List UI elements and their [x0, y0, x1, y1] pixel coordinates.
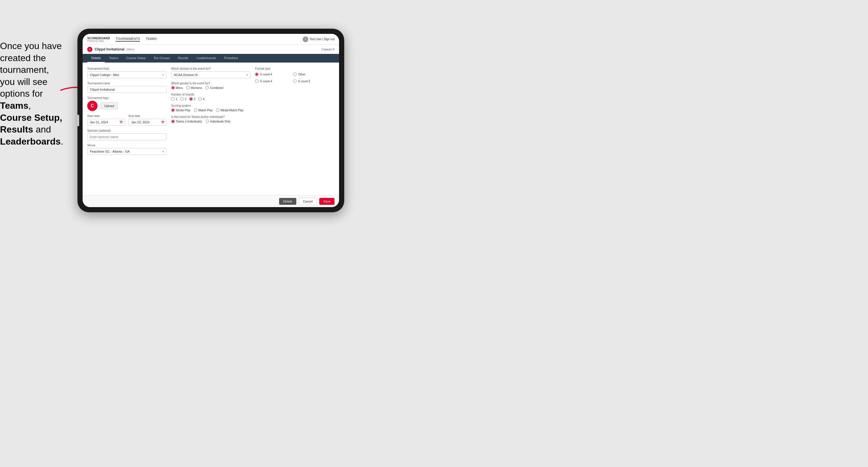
cancel-button[interactable]: Cancel: [299, 198, 317, 205]
end-date-label: End date: [128, 115, 166, 118]
gender-mens[interactable]: Mens: [171, 86, 183, 90]
gender-womens[interactable]: Womens: [186, 86, 202, 90]
format-other-radio[interactable]: [293, 72, 297, 76]
venue-select[interactable]: Peachtree GC - Atlanta - GA: [87, 148, 167, 155]
rounds-4[interactable]: 4: [198, 97, 205, 101]
logo-circle: C: [87, 101, 97, 111]
rounds-1[interactable]: 1: [171, 97, 178, 101]
venue-select-wrapper: Peachtree GC - Atlanta - GA: [87, 148, 167, 155]
tournament-host-label: Tournament Host: [87, 67, 167, 70]
venue-label: Venue: [87, 144, 167, 147]
rounds-radio-group: 1 2 3 4: [171, 97, 251, 101]
individuals-only-radio[interactable]: [206, 120, 209, 123]
tournament-host-select[interactable]: Clippd College - Men: [87, 71, 167, 78]
tournament-name-group: Tournament name: [87, 82, 167, 93]
start-date-group: Start date 📅: [87, 115, 125, 126]
gender-womens-radio[interactable]: [186, 86, 190, 90]
tab-tee-groups[interactable]: Tee Groups: [150, 54, 174, 63]
teams-group: Is this event for Teams and/or Individua…: [171, 115, 251, 123]
scoring-stroke-radio[interactable]: [171, 108, 175, 112]
division-select-wrapper: NCAA Division III: [171, 71, 251, 78]
gender-label: Which gender is the event for?: [171, 82, 251, 85]
scoring-label: Scoring system: [171, 104, 251, 107]
tab-details[interactable]: Details: [87, 54, 105, 63]
tournament-name-label: Tournament name: [87, 82, 167, 85]
gender-group: Which gender is the event for? Mens Wome…: [171, 82, 251, 90]
save-button[interactable]: Save: [319, 198, 335, 205]
tab-course-setup[interactable]: Course Setup: [122, 54, 150, 63]
instruction-text: Once you have created the tournament, yo…: [0, 40, 66, 148]
cancel-link[interactable]: Cancel X: [321, 48, 335, 51]
tab-printables[interactable]: Printables: [220, 54, 242, 63]
gender-combined[interactable]: Combined: [206, 86, 223, 90]
scoring-match-radio[interactable]: [194, 108, 197, 112]
tournament-logo-group: Tournament logo C Upload: [87, 96, 167, 111]
rounds-3[interactable]: 3: [189, 97, 196, 101]
format-group: Format type 5 count 4: [255, 67, 335, 84]
rounds-1-radio[interactable]: [171, 97, 175, 101]
scoring-medal-radio[interactable]: [216, 108, 219, 112]
tournament-name-input[interactable]: [87, 86, 167, 93]
teams-label: Is this event for Teams and/or Individua…: [171, 115, 251, 119]
user-avatar: T: [303, 36, 308, 42]
nav-teams[interactable]: TEAMS: [146, 37, 157, 41]
division-label: Which division is the event for?: [171, 67, 251, 70]
nav-links: TOURNAMENTS TEAMS: [116, 37, 157, 41]
tab-teams[interactable]: Teams: [105, 54, 122, 63]
end-date-input[interactable]: [128, 119, 166, 126]
bottom-action-bar: Delete Cancel Save: [83, 195, 339, 207]
sponsor-label: Sponsor (optional): [87, 129, 167, 132]
start-date-input[interactable]: [87, 119, 125, 126]
start-date-label: Start date: [87, 115, 125, 118]
sponsor-group: Sponsor (optional): [87, 129, 167, 140]
form-column-right: Format type 5 count 4: [255, 67, 335, 155]
rounds-group: Number of rounds 1 2: [171, 93, 251, 101]
tabs-bar: Details Teams Course Setup Tee Groups Re…: [83, 54, 339, 63]
delete-button[interactable]: Delete: [279, 198, 296, 205]
scoring-radio-group: Stroke Play Match Play Medal Match Play: [171, 108, 251, 112]
main-content: Tournament Host Clippd College - Men Tou…: [83, 63, 339, 195]
division-group: Which division is the event for? NCAA Di…: [171, 67, 251, 78]
format-5count4[interactable]: 5 count 4: [255, 72, 290, 76]
end-date-group: End date 📅: [128, 115, 166, 126]
tournament-logo-label: Tournament logo: [87, 96, 167, 99]
format-6count4[interactable]: 6 count 4: [255, 80, 290, 83]
rounds-3-radio[interactable]: [189, 97, 193, 101]
user-signin[interactable]: Test User | Sign out: [310, 38, 335, 41]
teams-radio-group: Teams (+Individuals) Individuals Only: [171, 120, 251, 123]
user-area: T Test User | Sign out: [303, 36, 335, 42]
sponsor-input[interactable]: [87, 133, 167, 140]
nav-tournaments[interactable]: TOURNAMENTS: [116, 37, 140, 41]
rounds-label: Number of rounds: [171, 93, 251, 96]
format-6count5[interactable]: 6 count 5: [293, 80, 329, 83]
tablet-screen: SCOREBOARD Powered by clippd TOURNAMENTS…: [83, 34, 339, 207]
scoring-match[interactable]: Match Play: [194, 108, 213, 112]
division-select[interactable]: NCAA Division III: [171, 71, 251, 78]
top-navigation: SCOREBOARD Powered by clippd TOURNAMENTS…: [83, 34, 339, 45]
teams-radio[interactable]: [171, 120, 175, 123]
rounds-2[interactable]: 2: [180, 97, 186, 101]
format-6count4-radio[interactable]: [255, 80, 258, 83]
start-date-wrapper: 📅: [87, 119, 125, 126]
teams-plus-individuals[interactable]: Teams (+Individuals): [171, 120, 202, 123]
tablet-device: SCOREBOARD Powered by clippd TOURNAMENTS…: [78, 29, 344, 212]
rounds-4-radio[interactable]: [198, 97, 202, 101]
scoring-stroke[interactable]: Stroke Play: [171, 108, 190, 112]
format-5count4-radio[interactable]: [255, 72, 258, 76]
scoring-medal[interactable]: Medal Match Play: [216, 108, 243, 112]
individuals-only[interactable]: Individuals Only: [206, 120, 230, 123]
format-other[interactable]: Other: [293, 72, 329, 76]
logo-sub: Powered by clippd: [87, 40, 110, 42]
tournament-icon: C: [87, 47, 92, 52]
gender-combined-radio[interactable]: [206, 86, 209, 90]
gender-mens-radio[interactable]: [171, 86, 175, 90]
upload-button[interactable]: Upload: [100, 102, 118, 109]
form-column-left: Tournament Host Clippd College - Men Tou…: [87, 67, 167, 155]
tab-leaderboards[interactable]: Leaderboards: [192, 54, 220, 63]
rounds-2-radio[interactable]: [180, 97, 184, 101]
format-6count5-radio[interactable]: [293, 80, 297, 83]
tournament-header: C Clippd Invitational (Men) Cancel X: [83, 45, 339, 54]
tab-results[interactable]: Results: [174, 54, 192, 63]
tournament-type: (Men): [126, 48, 134, 51]
logo-upload-area: C Upload: [87, 101, 167, 111]
